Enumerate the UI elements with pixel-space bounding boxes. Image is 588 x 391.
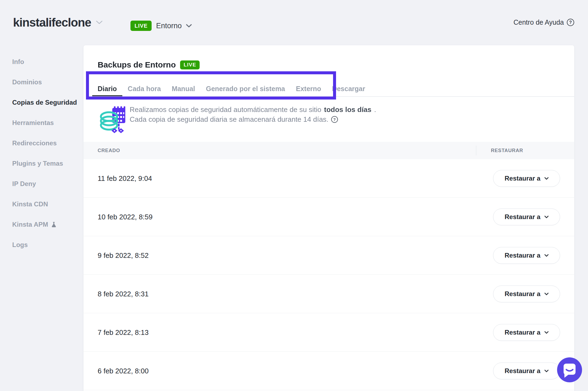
environment-label: Entorno (156, 22, 182, 30)
sidebar-item-label: Herramientas (12, 119, 54, 127)
backup-created-date: 8 feb 2022, 8:31 (98, 290, 149, 298)
environment-selector[interactable]: LIVE Entorno (130, 21, 192, 31)
mykinsta-backups-page: { "header": { "site_name": "kinstalifecl… (0, 0, 588, 391)
chevron-down-icon (544, 216, 549, 218)
restore-button-label: Restaurar a (504, 213, 540, 221)
sidebar-nav: Info Dominios Copias de Seguridad Herram… (12, 58, 77, 249)
restore-button[interactable]: Restaurar a (493, 247, 560, 264)
backup-created-date: 7 feb 2022, 8:13 (98, 328, 149, 336)
question-circle-icon: ? (567, 19, 574, 26)
chevron-down-icon (544, 331, 549, 334)
tab-diario[interactable]: Diario (92, 81, 122, 96)
tab-manual[interactable]: Manual (166, 81, 200, 96)
sidebar-item-label: Copias de Seguridad (12, 98, 77, 107)
sidebar-item-label: Kinsta CDN (12, 200, 48, 208)
sidebar-item-copias-de-seguridad[interactable]: Copias de Seguridad (12, 98, 77, 107)
column-header-created: CREADO (98, 148, 120, 153)
flask-icon (51, 222, 56, 227)
table-header: CREADO RESTAURAR (84, 142, 574, 159)
notice-line-2: Cada copia de seguridad diaria se almace… (130, 114, 376, 124)
sidebar-item-ip-deny[interactable]: IP Deny (12, 180, 77, 188)
page-title: Backups de Entorno (98, 60, 176, 69)
backup-created-date: 11 feb 2022, 9:04 (98, 174, 152, 182)
table-row: 11 feb 2022, 9:04 Restaurar a (84, 159, 574, 198)
chevron-down-icon (96, 21, 103, 24)
sidebar-item-label: IP Deny (12, 180, 36, 188)
restore-button-label: Restaurar a (504, 175, 540, 182)
intercom-chat-icon (557, 357, 582, 382)
daily-backup-icon (99, 105, 127, 134)
backup-list: 11 feb 2022, 9:04 Restaurar a 10 feb 202… (84, 159, 574, 390)
table-row: 9 feb 2022, 8:52 Restaurar a (84, 236, 574, 275)
chevron-down-icon (544, 254, 549, 257)
tab-label: Generado por el sistema (206, 85, 285, 93)
restore-button[interactable]: Restaurar a (493, 324, 560, 341)
notice-line-1: Realizamos copias de seguridad automátic… (130, 105, 376, 114)
sidebar-item-label: Plugins y Temas (12, 159, 63, 168)
restore-button[interactable]: Restaurar a (493, 363, 560, 379)
sidebar-item-herramientas[interactable]: Herramientas (12, 119, 77, 127)
table-row: 10 feb 2022, 8:59 Restaurar a (84, 198, 574, 236)
table-row: 8 feb 2022, 8:31 Restaurar a (84, 275, 574, 313)
tab-label: Cada hora (128, 85, 161, 93)
restore-button[interactable]: Restaurar a (493, 286, 560, 302)
table-row: 7 feb 2022, 8:13 Restaurar a (84, 313, 574, 352)
sidebar-item-redirecciones[interactable]: Redirecciones (12, 139, 77, 147)
help-center-link[interactable]: Centro de Ayuda ? (513, 18, 574, 26)
sidebar-item-label: Redirecciones (12, 139, 57, 147)
sidebar-item-kinsta-apm[interactable]: Kinsta APM (12, 220, 77, 229)
tab-label: Diario (98, 85, 117, 93)
column-divider (476, 146, 476, 155)
notice-text-bold: todos los días (324, 105, 372, 114)
restore-button[interactable]: Restaurar a (493, 209, 560, 225)
tab-externo[interactable]: Externo (290, 81, 327, 96)
chevron-down-icon (544, 177, 549, 180)
live-badge: LIVE (180, 60, 200, 69)
chevron-down-icon (544, 370, 549, 372)
question-circle-icon[interactable]: ? (331, 116, 338, 123)
backup-created-date: 10 feb 2022, 8:59 (98, 213, 152, 221)
notice-text-pre: Realizamos copias de seguridad automátic… (130, 105, 321, 114)
notice-text-post: . (374, 105, 376, 114)
tab-label: Descargar (332, 85, 365, 93)
card-title-row: Backups de Entorno LIVE (98, 60, 200, 69)
sidebar-item-info[interactable]: Info (12, 58, 77, 66)
restore-button-label: Restaurar a (504, 290, 540, 298)
backup-created-date: 6 feb 2022, 8:00 (98, 367, 149, 375)
tab-label: Manual (172, 85, 195, 93)
tab-cada-hora[interactable]: Cada hora (122, 81, 166, 96)
restore-button-label: Restaurar a (504, 329, 540, 336)
tab-descargar[interactable]: Descargar (327, 81, 370, 96)
backup-tabs: Diario Cada hora Manual Generado por el … (92, 81, 574, 97)
restore-button[interactable]: Restaurar a (493, 170, 560, 187)
sidebar-item-label: Info (12, 58, 24, 66)
site-selector[interactable]: kinstalifeclone (13, 16, 103, 29)
sidebar-item-logs[interactable]: Logs (12, 241, 77, 249)
sidebar-item-plugins-y-temas[interactable]: Plugins y Temas (12, 159, 77, 168)
tab-generado-por-el-sistema[interactable]: Generado por el sistema (200, 81, 290, 96)
sidebar-item-dominios[interactable]: Dominios (12, 78, 77, 86)
tab-label: Externo (296, 85, 321, 93)
table-row: 6 feb 2022, 8:00 Restaurar a (84, 352, 574, 390)
backup-created-date: 9 feb 2022, 8:52 (98, 251, 149, 259)
column-header-restore: RESTAURAR (491, 148, 523, 153)
chevron-down-icon (544, 293, 549, 295)
sidebar-item-kinsta-cdn[interactable]: Kinsta CDN (12, 200, 77, 208)
restore-button-label: Restaurar a (504, 367, 540, 375)
restore-button-label: Restaurar a (504, 252, 540, 259)
sidebar-item-label: Kinsta APM (12, 220, 48, 229)
notice-text-retention: Cada copia de seguridad diaria se almace… (130, 114, 328, 124)
sidebar-item-label: Logs (12, 241, 28, 249)
live-badge: LIVE (130, 21, 152, 31)
backup-notice: Realizamos copias de seguridad automátic… (130, 105, 376, 124)
chat-launcher-button[interactable] (557, 357, 582, 383)
chevron-down-icon (186, 24, 192, 28)
help-center-label: Centro de Ayuda (513, 18, 564, 26)
sidebar-item-label: Dominios (12, 78, 42, 86)
site-name: kinstalifeclone (13, 16, 91, 29)
